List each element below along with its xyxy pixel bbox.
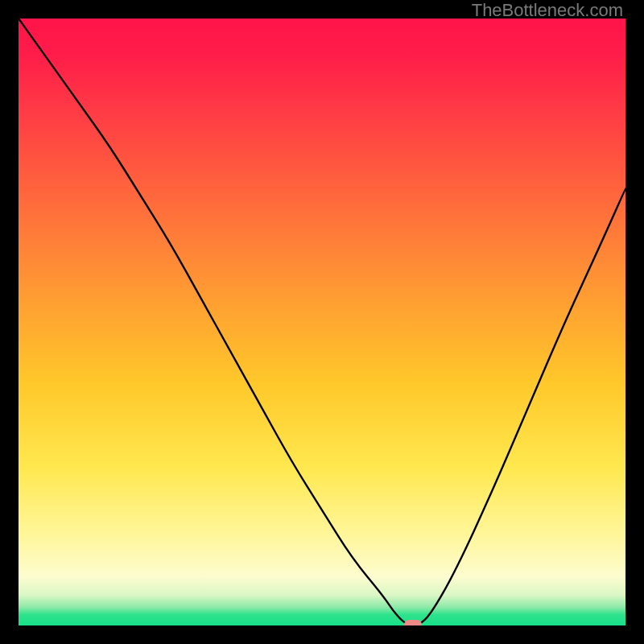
- bottleneck-curve: [19, 19, 625, 625]
- watermark-text: TheBottleneck.com: [472, 0, 623, 21]
- curve-path: [19, 19, 625, 625]
- chart-frame: TheBottleneck.com: [0, 0, 644, 644]
- plot-area: [19, 19, 625, 625]
- optimum-marker: [404, 620, 422, 625]
